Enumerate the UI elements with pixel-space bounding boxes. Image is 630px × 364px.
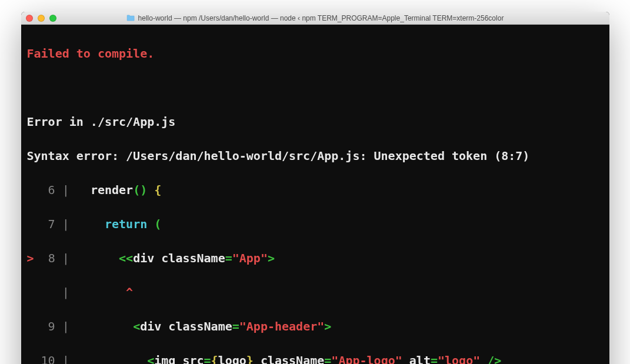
code-line-7: 7 | return ( (27, 216, 604, 233)
code-line-9: 9 | <div className="App-header"> (27, 318, 604, 335)
code-line-10: 10 | <img src={logo} className="App-logo… (27, 352, 604, 364)
code-line-8: > 8 | <<div className="App"> (27, 250, 604, 267)
terminal-window: hello-world — npm /Users/dan/hello-world… (21, 12, 609, 364)
titlebar[interactable]: hello-world — npm /Users/dan/hello-world… (21, 12, 609, 25)
error-file: Error in ./src/App.js (27, 113, 604, 131)
window-title-text: hello-world — npm /Users/dan/hello-world… (138, 14, 504, 22)
folder-icon (126, 15, 135, 21)
minimize-icon[interactable] (38, 15, 45, 22)
traffic-lights (26, 15, 56, 22)
error-heading: Failed to compile. (27, 46, 155, 61)
window-title: hello-world — npm /Users/dan/hello-world… (21, 14, 609, 22)
close-icon[interactable] (26, 15, 33, 22)
syntax-error: Syntax error: /Users/dan/hello-world/src… (27, 148, 604, 165)
terminal-body[interactable]: Failed to compile. Error in ./src/App.js… (21, 25, 609, 364)
code-caret: | ^ (27, 284, 604, 301)
code-line-6: 6 | render() { (27, 182, 604, 199)
zoom-icon[interactable] (49, 15, 56, 22)
